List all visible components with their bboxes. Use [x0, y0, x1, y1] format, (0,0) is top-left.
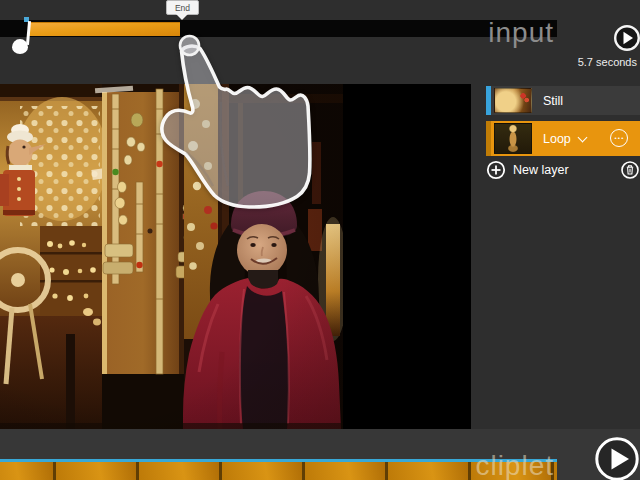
input-panel-watermark: input [488, 16, 554, 50]
ellipsis-icon: ••• [615, 135, 625, 141]
trim-range-bar[interactable] [28, 22, 180, 36]
loop-options-button[interactable]: ••• [610, 129, 628, 147]
playhead-handle[interactable] [12, 39, 28, 54]
add-layer-button[interactable] [486, 160, 506, 180]
bottom-timeline-segments[interactable] [0, 462, 557, 480]
end-tooltip-label: End [175, 3, 190, 13]
cliplets-app-window: input End 5.7 seconds [0, 0, 640, 480]
chevron-down-icon[interactable] [577, 132, 587, 142]
end-tooltip-arrow [176, 14, 188, 20]
still-layer-stripe [486, 86, 491, 115]
still-layer-thumbnail [494, 88, 532, 113]
timeline-frame-segment[interactable] [305, 462, 388, 480]
timeline-frame-segment[interactable] [554, 462, 557, 480]
timeline-frame-segment[interactable] [222, 462, 305, 480]
timeline-frame-segment[interactable] [0, 462, 56, 480]
timeline-frame-segment[interactable] [388, 462, 471, 480]
delete-layer-button[interactable] [620, 160, 640, 180]
new-layer-label[interactable]: New layer [513, 163, 569, 177]
layer-row-still[interactable]: Still [486, 86, 640, 115]
still-layer-label: Still [543, 94, 563, 108]
loop-layer-label: Loop [543, 132, 571, 146]
photo-vignette [0, 84, 343, 429]
loop-layer-stripe [486, 121, 491, 156]
trash-icon [627, 166, 633, 174]
new-layer-row: New layer [486, 157, 640, 183]
input-play-button[interactable] [612, 23, 640, 53]
layer-row-loop[interactable]: Loop ••• [486, 121, 640, 156]
video-canvas[interactable] [0, 84, 471, 429]
loop-layer-thumbnail [494, 123, 532, 154]
cliplet-watermark: cliplet [475, 450, 554, 480]
timeline-frame-segment[interactable] [139, 462, 222, 480]
output-timeline-marker [0, 459, 557, 462]
output-play-button[interactable] [594, 436, 640, 480]
end-tooltip: End [166, 0, 199, 15]
trim-end-handle[interactable] [180, 36, 199, 55]
clip-duration-label: 5.7 seconds [578, 56, 637, 68]
video-frame-photo [0, 84, 343, 429]
timeline-frame-segment[interactable] [56, 462, 139, 480]
